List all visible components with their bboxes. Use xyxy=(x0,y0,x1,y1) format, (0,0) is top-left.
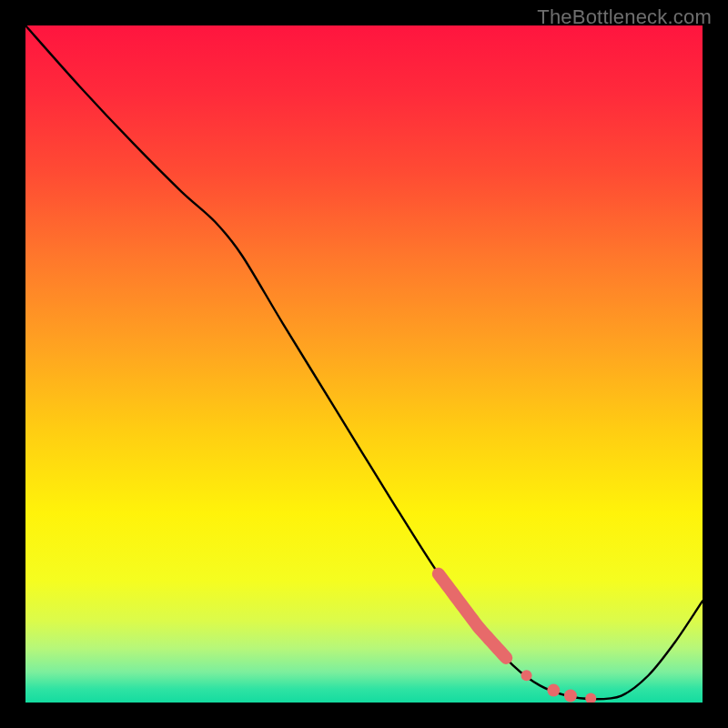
watermark-text: TheBottleneck.com xyxy=(537,5,712,29)
highlight-dot xyxy=(547,684,560,697)
bottleneck-chart xyxy=(0,0,728,728)
plot-background xyxy=(25,25,703,703)
highlight-dot xyxy=(564,690,577,703)
highlight-dot xyxy=(585,693,596,704)
chart-frame: TheBottleneck.com xyxy=(0,0,728,728)
highlight-dot xyxy=(521,670,532,681)
